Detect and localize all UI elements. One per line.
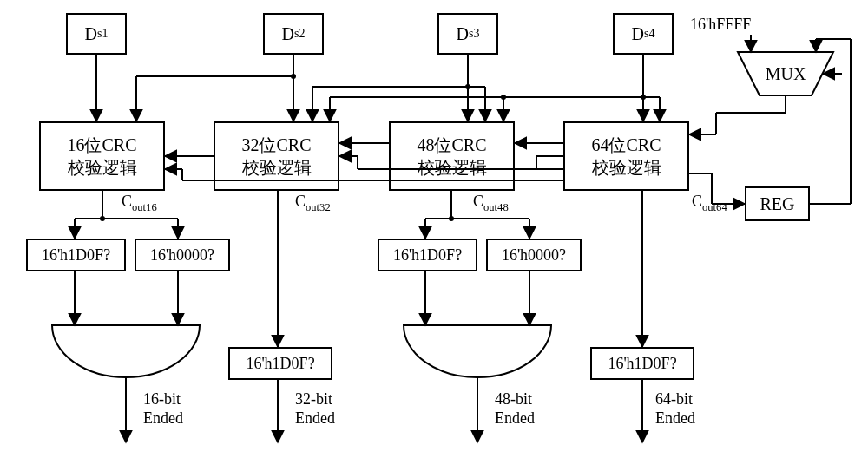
crc32-l1: 32位CRC xyxy=(241,134,311,156)
svg-point-10 xyxy=(465,84,470,89)
ds3-letter: D xyxy=(457,24,469,44)
svg-point-54 xyxy=(449,216,454,221)
cout16-label: Cout16 xyxy=(122,193,157,214)
ds1-letter: D xyxy=(85,24,97,44)
crc64-block: 64位CRC 校验逻辑 xyxy=(563,121,689,191)
input-ds2: Ds2 xyxy=(263,13,324,55)
cout32-label: Cout32 xyxy=(295,193,331,214)
out32-label: 32-bit Ended xyxy=(295,390,335,428)
cmp48-0000: 16'h0000? xyxy=(486,239,582,271)
crc48-block: 48位CRC 校验逻辑 xyxy=(389,121,515,191)
ds2-sub: s2 xyxy=(294,27,305,41)
ds2-letter: D xyxy=(282,24,294,44)
crc64-l2: 校验逻辑 xyxy=(592,156,661,179)
svg-point-48 xyxy=(100,216,105,221)
cmp32-1d0f: 16'h1D0F? xyxy=(228,347,332,380)
mux-shape: MUX xyxy=(738,52,833,95)
cmp64-1d0f: 16'h1D0F? xyxy=(590,347,694,380)
label-ffff: 16'hFFFF xyxy=(690,16,751,34)
out64-label: 64-bit Ended xyxy=(655,390,695,428)
input-ds4: Ds4 xyxy=(613,13,674,55)
reg-label: REG xyxy=(760,194,795,214)
crc48-l1: 48位CRC xyxy=(417,134,486,156)
out48-label: 48-bit Ended xyxy=(495,390,535,428)
cout48-label: Cout48 xyxy=(473,193,509,214)
crc48-l2: 校验逻辑 xyxy=(418,156,487,179)
input-ds1: Ds1 xyxy=(66,13,127,55)
cmp48-1d0f: 16'h1D0F? xyxy=(378,239,477,271)
diagram-wires: MUX xyxy=(0,0,868,471)
cout64-label: Cout64 xyxy=(692,193,727,214)
crc32-block: 32位CRC 校验逻辑 xyxy=(214,121,339,191)
and-gate-16 xyxy=(52,325,200,377)
svg-point-17 xyxy=(501,95,506,100)
crc32-l2: 校验逻辑 xyxy=(242,156,312,179)
crc16-l1: 16位CRC xyxy=(67,134,136,156)
crc16-l2: 校验逻辑 xyxy=(68,156,137,179)
crc16-block: 16位CRC 校验逻辑 xyxy=(39,121,165,191)
and-gate-48 xyxy=(404,325,551,377)
input-ds3: Ds3 xyxy=(437,13,498,55)
reg-block: REG xyxy=(745,186,810,221)
ds1-sub: s1 xyxy=(97,27,108,41)
svg-text:MUX: MUX xyxy=(766,64,806,83)
ds4-letter: D xyxy=(632,24,644,44)
ds4-sub: s4 xyxy=(644,27,654,41)
svg-point-7 xyxy=(291,74,296,79)
cmp16-1d0f: 16'h1D0F? xyxy=(26,239,126,271)
out16-label: 16-bit Ended xyxy=(143,390,183,428)
crc64-l1: 64位CRC xyxy=(591,134,661,156)
svg-point-16 xyxy=(641,95,646,100)
ds3-sub: s3 xyxy=(469,27,479,41)
cmp16-0000: 16'h0000? xyxy=(135,239,230,271)
